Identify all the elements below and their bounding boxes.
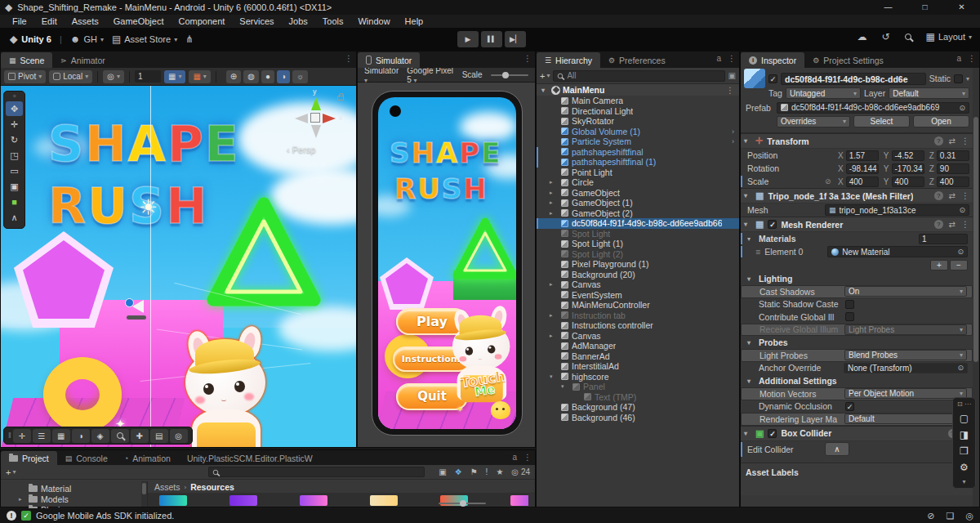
selected-character[interactable]	[182, 318, 272, 447]
transform-header[interactable]: ▾ ✛ Transform ?⇄⋮	[741, 133, 973, 149]
y-value-field[interactable]: -170.34	[892, 163, 924, 174]
panel-menu-icon[interactable]: ⋮	[728, 54, 736, 63]
panel-lock-icon[interactable]: a	[512, 453, 517, 462]
foldout-arrow[interactable]: ▾	[744, 192, 751, 199]
device-dropdown[interactable]: Google Pixel 5 ▾	[407, 66, 453, 84]
component-enabled-checkbox[interactable]: ✓	[768, 429, 777, 438]
tool-button[interactable]: ■	[6, 194, 23, 209]
panel-menu-icon[interactable]: ⋮	[523, 54, 532, 63]
maximize-button[interactable]: □	[906, 0, 943, 15]
material-element-row[interactable]: ≡ Element 0 New Material ⊙	[741, 245, 973, 258]
grid-snapping-toggle[interactable]: ▦▾	[164, 70, 185, 83]
hierarchy-item[interactable]: Text (TMP)	[537, 392, 739, 403]
tab-preferences[interactable]: ⚙ Preferences	[600, 52, 674, 68]
z-value-field[interactable]: 0.31	[937, 150, 969, 161]
property-dropdown[interactable]: On▾⊙	[844, 286, 967, 297]
tab-simulator[interactable]: Simulator	[358, 52, 420, 68]
status-message[interactable]: Google Mobile Ads SDK initialized.	[36, 511, 174, 521]
hierarchy-item[interactable]: Point Light	[537, 168, 739, 178]
hierarchy-item[interactable]: Spot Light (1)	[537, 239, 739, 249]
minimize-button[interactable]: —	[870, 0, 906, 15]
presets-icon[interactable]: ⇄	[949, 220, 956, 229]
property-checkbox[interactable]	[845, 402, 854, 411]
neg-y-axis-cone[interactable]	[311, 125, 321, 138]
search-overlay-button[interactable]	[111, 429, 129, 443]
menu-item[interactable]: GameObject	[106, 16, 172, 26]
expand-arrow[interactable]: ▾	[541, 87, 549, 94]
slider-handle[interactable]	[460, 500, 466, 507]
z-value-field[interactable]: 400	[937, 177, 969, 187]
probes-section[interactable]: ▾Probes	[741, 336, 973, 349]
scene-toggle[interactable]: ◍	[243, 70, 259, 83]
tab-inspector[interactable]: i Inspector	[741, 52, 804, 68]
hierarchy-item[interactable]: InterstitialAd	[537, 361, 739, 372]
menu-item[interactable]: Jobs	[282, 16, 315, 26]
camera-icon[interactable]: ▢	[960, 413, 969, 424]
hierarchy-item[interactable]: pathshapeshiftfinal (1)	[537, 157, 739, 168]
y-value-field[interactable]: -4.52	[892, 150, 924, 161]
menu-item[interactable]: Component	[171, 16, 232, 26]
expand-arrow[interactable]: ▸	[550, 179, 558, 186]
overlay-tool-button[interactable]: ▤	[150, 429, 168, 443]
scrollbar-thumb[interactable]	[142, 483, 146, 494]
mesh-filter-header[interactable]: ▾ ▦ Tripo_node_1f 3a 13ce (Mesh Filter) …	[741, 188, 973, 203]
tag-dropdown[interactable]: Untagged▾	[786, 87, 861, 99]
tool-button[interactable]: ▭	[6, 163, 23, 178]
breadcrumb-resources[interactable]: Resources	[190, 482, 234, 492]
materials-header-row[interactable]: ▾ Materials 1	[741, 232, 973, 245]
component-enabled-checkbox[interactable]: ✓	[768, 220, 777, 229]
folder-row[interactable]: ▸ Models	[1, 494, 147, 504]
property-dropdown[interactable]: Light Probes▾⊙	[844, 324, 967, 335]
y-value-field[interactable]: 400	[892, 177, 924, 187]
search-icon[interactable]	[905, 34, 911, 40]
tab-animation[interactable]: ◔ Animation	[116, 451, 179, 465]
pause-button[interactable]: ▌▌	[481, 31, 502, 47]
y-axis-cone[interactable]	[311, 97, 321, 110]
hierarchy-item[interactable]: dc50f8d4-f91f-4d9c-b98c-dd6ee9adb66	[537, 218, 739, 229]
asset-import-icon[interactable]: ❖	[455, 467, 462, 476]
hierarchy-item[interactable]: ▸ Canvas	[537, 279, 739, 290]
panel-menu-icon[interactable]: ⋮	[345, 54, 353, 63]
presets-icon[interactable]: ⇄	[949, 191, 956, 200]
presets-icon[interactable]: ⇄	[949, 136, 956, 145]
component-menu-icon[interactable]: ⋮	[961, 191, 969, 200]
asset-thumbnail[interactable]	[370, 495, 398, 506]
menu-item[interactable]: Help	[398, 16, 431, 26]
play-button[interactable]: ▶	[457, 31, 479, 47]
overlay-tool-button[interactable]: ✛	[13, 429, 31, 443]
prefab-select-button[interactable]: Select	[853, 115, 910, 127]
tab-project[interactable]: Project	[1, 451, 57, 465]
gear-icon[interactable]: ⚙	[960, 462, 969, 473]
add-material-button[interactable]: +	[930, 260, 948, 270]
property-dropdown[interactable]: Default▾⊙	[844, 413, 967, 424]
mesh-renderer-header[interactable]: ▾ ▦ ✓ Mesh Renderer ?⇄⋮	[741, 217, 973, 232]
hierarchy-item[interactable]: ▸ GameObject (1)	[537, 198, 739, 208]
object-name-field[interactable]: dc50f8d4-f91f-4d9c-b98c-dd6e	[781, 73, 926, 85]
hierarchy-item[interactable]: Spot Light	[537, 229, 739, 239]
hierarchy-item[interactable]: MAinMenuController	[537, 300, 739, 311]
prefab-open-chevron[interactable]: ›	[732, 137, 739, 145]
overlay-drag-handle[interactable]: ‖	[8, 431, 11, 440]
hierarchy-item[interactable]: Pixel Playground (1)	[537, 259, 739, 270]
asset-store-dropdown[interactable]: ▤ Asset Store▾	[112, 34, 177, 45]
hierarchy-item[interactable]: ▸ GameObject	[537, 188, 739, 199]
expand-arrow[interactable]: ▸	[550, 281, 558, 288]
drag-handle-icon[interactable]: ≡	[755, 247, 760, 257]
property-dropdown[interactable]: None (Transform)▾⊙	[844, 363, 968, 373]
folder-row[interactable]: Material	[1, 483, 147, 494]
additional-settings-section[interactable]: ▾Additional Settings	[741, 374, 973, 387]
menu-item[interactable]: Assets	[65, 16, 106, 26]
label-icon[interactable]: ⚑	[470, 467, 478, 476]
expand-arrow[interactable]: ▸	[550, 190, 558, 196]
tab-console[interactable]: ▤ Console	[57, 451, 116, 465]
point-light-gizmo[interactable]: ☀	[139, 195, 158, 221]
overrides-dropdown[interactable]: Overrides▾	[777, 116, 850, 127]
search-window-icon[interactable]: ▣	[439, 467, 446, 476]
video-camera-icon[interactable]: ◨	[960, 429, 969, 440]
scene-viewport[interactable]: SHAPE RUSH ☀ ✦	[1, 86, 356, 447]
menu-item[interactable]: Window	[350, 16, 397, 26]
tool-button[interactable]: ◳	[6, 148, 23, 163]
scene-menu-icon[interactable]: ⋮	[726, 85, 740, 95]
overlay-tool-button[interactable]: ◑	[72, 429, 90, 443]
overlay-tool-button[interactable]: ☰	[33, 429, 51, 443]
